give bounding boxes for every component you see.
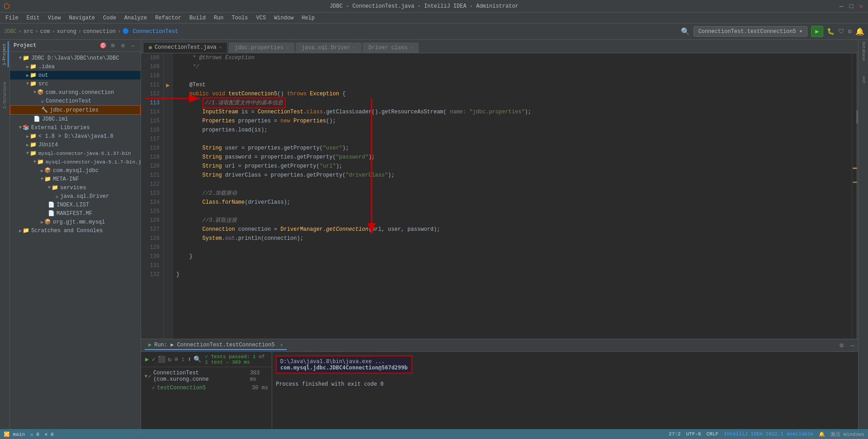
run-play-btn[interactable]: ▶: [145, 355, 150, 364]
run-tree-root[interactable]: ▼ ✓ ConnectionTest (com.xurong.conne 303…: [143, 369, 270, 383]
run-tab-close[interactable]: ✕: [280, 342, 283, 348]
tree-item-mysql-inner[interactable]: ▼ 📁 mysql-connector-java-5.1.7-bin.j: [10, 158, 141, 166]
arrow-icon-java18: ▶: [26, 134, 29, 139]
tree-item-out[interactable]: ▶ 📁 out: [10, 71, 141, 79]
menu-vcs[interactable]: VCS: [253, 14, 270, 22]
debug-button[interactable]: 🐛: [827, 28, 835, 35]
run-check-btn[interactable]: ✓: [151, 355, 156, 364]
bottom-settings-icon[interactable]: ⚙: [840, 341, 843, 349]
tree-item-jdbc[interactable]: ▼ 📁 JDBC D:\Java\JDBC\note\JDBC: [10, 54, 141, 62]
notifications-icon[interactable]: 🔔: [855, 27, 864, 36]
close-button[interactable]: ✕: [858, 3, 864, 9]
tree-item-manifest[interactable]: 📄 MANIFEST.MF: [10, 209, 141, 218]
editor-region: ConnectionTest.java ✕ jdbc.properties ✕ …: [141, 40, 858, 429]
scrollbar-thumb[interactable]: [856, 110, 858, 124]
run-tab-label: Run: ▶ ConnectionTest.testConnection5: [154, 341, 274, 348]
tree-item-java18[interactable]: ▶ 📁 < 1.8 > D:\Java\java1.8: [10, 132, 141, 140]
gutter-108: [164, 53, 172, 62]
tree-item-idea[interactable]: ▶ 📁 .idea: [10, 62, 141, 71]
run-stop-btn[interactable]: ⬛: [158, 355, 165, 364]
sidebar-locate-btn[interactable]: 🎯: [99, 42, 107, 50]
title-bar-right[interactable]: — □ ✕: [838, 3, 864, 9]
run-sort-btn[interactable]: ↕: [180, 355, 185, 364]
activity-structure[interactable]: Z-Structure: [2, 80, 8, 110]
run-tree-test1[interactable]: ✓ testConnection5 30 ms: [143, 383, 270, 392]
run-search-btn[interactable]: 🔍: [193, 355, 201, 364]
tree-item-index-list[interactable]: 📄 INDEX.LIST: [10, 201, 141, 209]
coverage-button[interactable]: 🛡: [838, 28, 844, 35]
tree-item-jdbc-properties[interactable]: 🔧 jdbc.properties: [10, 105, 141, 115]
menu-build[interactable]: Build: [186, 14, 209, 22]
menu-view[interactable]: View: [44, 14, 65, 22]
breadcrumb-sep2: ›: [35, 28, 38, 35]
menu-code[interactable]: Code: [99, 14, 120, 22]
menu-file[interactable]: File: [2, 14, 22, 22]
gutter-109: [164, 62, 172, 71]
menu-navigate[interactable]: Navigate: [65, 14, 99, 22]
line-num-124: 124: [145, 198, 160, 207]
gutter-127: [164, 225, 172, 234]
minimize-button[interactable]: —: [838, 3, 844, 9]
tab-connectiontest[interactable]: ConnectionTest.java ✕: [143, 42, 228, 53]
tree-item-org-gjt[interactable]: ▶ 📦 org.gjt.mm.mysql: [10, 218, 141, 226]
gutter-129: [164, 243, 172, 252]
run-button[interactable]: ▶: [811, 26, 823, 37]
run-filter-btn[interactable]: ≡: [174, 355, 179, 364]
run-config-dropdown[interactable]: ConnectionTest.testConnection5 ▾: [693, 26, 807, 37]
menu-run[interactable]: Run: [210, 14, 227, 22]
tree-item-com-mysql[interactable]: ▶ 📦 com.mysql.jdbc: [10, 166, 141, 175]
folder-icon-scratches: 📁: [23, 227, 29, 234]
breadcrumb-connectiontest: 🔵 ConnectionTest: [123, 28, 178, 35]
file-tree: ▼ 📁 JDBC D:\Java\JDBC\note\JDBC ▶ 📁 .ide…: [10, 52, 141, 429]
tree-item-jdbc-iml[interactable]: 📄 JDBC.iml: [10, 115, 141, 123]
arrow-icon-mysql-inner: ▼: [33, 159, 36, 164]
tree-item-scratches[interactable]: ▶ 📁 Scratches and Consoles: [10, 226, 141, 235]
tree-item-ext-libs[interactable]: ▼ 📚 External Libraries: [10, 123, 141, 132]
arrow-icon-org-gjt: ▶: [41, 220, 43, 225]
menu-analyze[interactable]: Analyze: [121, 14, 151, 22]
menu-tools[interactable]: Tools: [228, 14, 252, 22]
tree-item-package[interactable]: ▼ 📦 com.xurong.connection: [10, 88, 141, 97]
menu-window[interactable]: Window: [270, 14, 297, 22]
tab-driver-class[interactable]: Driver class ✕: [363, 42, 419, 53]
sidebar-expand-btn[interactable]: ⊞: [109, 42, 117, 50]
tab-close-connectiontest[interactable]: ✕: [219, 45, 222, 50]
code-131-text: [176, 261, 179, 270]
bottom-minimize-icon[interactable]: —: [851, 342, 854, 349]
menu-edit[interactable]: Edit: [23, 14, 43, 22]
tree-item-services[interactable]: ▼ 📁 services: [10, 183, 141, 192]
tree-item-meta-inf[interactable]: ▼ 📁 META-INF: [10, 175, 141, 183]
tab-java-sql-driver[interactable]: java.sql.Driver ✕: [296, 42, 362, 53]
sidebar-hide-btn[interactable]: —: [129, 42, 137, 50]
sidebar-settings-btn[interactable]: ⚙: [119, 42, 127, 50]
folder-icon-jdbc: 📁: [23, 55, 29, 61]
line-num-126: 126: [145, 216, 160, 225]
tree-item-src[interactable]: ▼ 📁 src: [10, 79, 141, 88]
status-intellij-available[interactable]: IntelliJ IDEA 2022.1 available: [724, 431, 813, 437]
tab-close-jdbc-properties[interactable]: ✕: [286, 45, 289, 51]
tree-item-connectiontest[interactable]: ☕ ConnectionTest: [10, 97, 141, 105]
right-strip-database[interactable]: Database: [861, 42, 866, 61]
code-editor[interactable]: 108 109 110 111 112 113 114 115 116 117 …: [141, 53, 852, 339]
tab-close-java-sql-driver[interactable]: ✕: [353, 45, 356, 51]
tree-label-out: out: [38, 72, 48, 79]
settings-icon[interactable]: ⚙: [848, 28, 852, 35]
tree-item-mysql-connector[interactable]: ▼ 📁 mysql-connector-java-5.1.37-bin: [10, 149, 141, 158]
tab-close-driver-class[interactable]: ✕: [410, 45, 413, 51]
search-everywhere-icon[interactable]: 🔍: [681, 27, 690, 36]
tab-jdbc-properties[interactable]: jdbc.properties ✕: [229, 42, 295, 53]
menu-help[interactable]: Help: [298, 14, 318, 22]
activity-project[interactable]: 1-Project: [1, 42, 9, 67]
menu-refactor[interactable]: Refactor: [151, 14, 185, 22]
tree-item-junit4[interactable]: ▶ 📁 JUnit4: [10, 140, 141, 149]
tree-item-java-sql-driver[interactable]: ☕ java.sql.Driver: [10, 192, 141, 201]
maximize-button[interactable]: □: [848, 3, 854, 9]
bottom-tab-run[interactable]: ▶ Run: ▶ ConnectionTest.testConnection5 …: [145, 341, 287, 350]
tree-label-manifest: MANIFEST.MF: [57, 210, 92, 217]
run-rerun-btn[interactable]: ↻: [167, 355, 172, 364]
breadcrumb-src: src: [24, 28, 33, 35]
gutter-117: [164, 135, 172, 144]
run-export-btn[interactable]: ⬆: [187, 355, 192, 364]
scroll-indicator[interactable]: [852, 53, 858, 339]
right-strip-ant[interactable]: Ant: [861, 76, 866, 84]
